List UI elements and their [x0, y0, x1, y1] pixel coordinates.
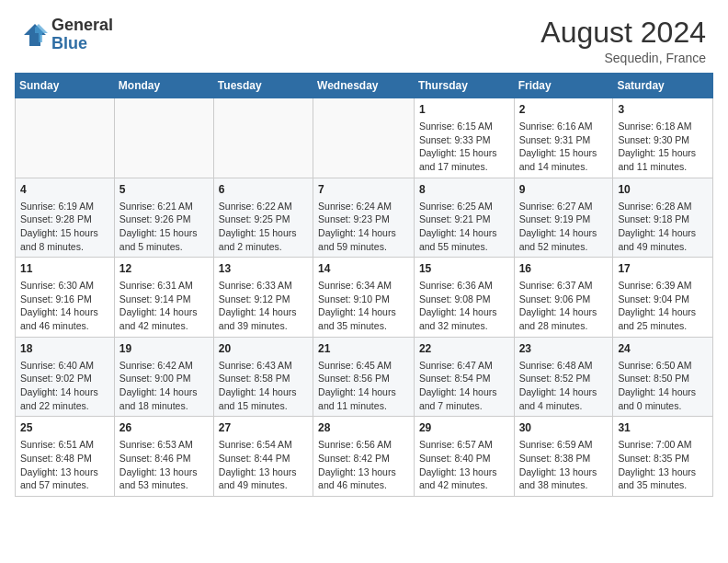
day-of-week-header: Saturday	[613, 74, 713, 98]
calendar-cell: 29Sunrise: 6:57 AM Sunset: 8:40 PM Dayli…	[414, 417, 514, 497]
calendar-cell: 17Sunrise: 6:39 AM Sunset: 9:04 PM Dayli…	[613, 258, 713, 338]
day-number: 16	[519, 261, 609, 277]
day-info: Sunrise: 6:37 AM Sunset: 9:06 PM Dayligh…	[519, 279, 609, 333]
calendar-cell: 16Sunrise: 6:37 AM Sunset: 9:06 PM Dayli…	[514, 258, 613, 338]
day-number: 6	[219, 182, 308, 198]
day-number: 30	[519, 420, 609, 436]
calendar-week: 11Sunrise: 6:30 AM Sunset: 9:16 PM Dayli…	[16, 258, 713, 338]
calendar-week: 25Sunrise: 6:51 AM Sunset: 8:48 PM Dayli…	[16, 417, 713, 497]
day-number: 10	[618, 182, 708, 198]
day-number: 13	[219, 261, 308, 277]
day-info: Sunrise: 6:33 AM Sunset: 9:12 PM Dayligh…	[219, 279, 308, 333]
calendar-week: 4Sunrise: 6:19 AM Sunset: 9:28 PM Daylig…	[16, 178, 713, 258]
day-info: Sunrise: 6:34 AM Sunset: 9:10 PM Dayligh…	[318, 279, 409, 333]
day-info: Sunrise: 6:39 AM Sunset: 9:04 PM Dayligh…	[618, 279, 708, 333]
calendar-cell: 21Sunrise: 6:45 AM Sunset: 8:56 PM Dayli…	[313, 337, 415, 417]
calendar-cell	[313, 98, 415, 178]
calendar-cell	[213, 98, 313, 178]
day-number: 15	[419, 261, 509, 277]
calendar-cell: 2Sunrise: 6:16 AM Sunset: 9:31 PM Daylig…	[514, 98, 613, 178]
calendar-cell: 28Sunrise: 6:56 AM Sunset: 8:42 PM Dayli…	[313, 417, 415, 497]
day-info: Sunrise: 6:51 AM Sunset: 8:48 PM Dayligh…	[20, 438, 109, 492]
day-info: Sunrise: 6:36 AM Sunset: 9:08 PM Dayligh…	[419, 279, 509, 333]
day-info: Sunrise: 6:54 AM Sunset: 8:44 PM Dayligh…	[219, 438, 308, 492]
calendar-week: 18Sunrise: 6:40 AM Sunset: 9:02 PM Dayli…	[16, 337, 713, 417]
logo-general: General	[51, 17, 113, 35]
day-info: Sunrise: 6:22 AM Sunset: 9:25 PM Dayligh…	[219, 200, 308, 254]
calendar-cell: 23Sunrise: 6:48 AM Sunset: 8:52 PM Dayli…	[514, 337, 613, 417]
day-info: Sunrise: 6:16 AM Sunset: 9:31 PM Dayligh…	[519, 120, 609, 174]
day-info: Sunrise: 6:57 AM Sunset: 8:40 PM Dayligh…	[419, 438, 509, 492]
svg-marker-0	[24, 24, 46, 46]
day-number: 31	[618, 420, 708, 436]
day-number: 4	[20, 182, 109, 198]
day-number: 18	[20, 341, 109, 357]
month-year: August 2024	[540, 17, 706, 49]
day-info: Sunrise: 6:31 AM Sunset: 9:14 PM Dayligh…	[119, 279, 209, 333]
day-info: Sunrise: 6:18 AM Sunset: 9:30 PM Dayligh…	[618, 120, 708, 174]
calendar-cell: 30Sunrise: 6:59 AM Sunset: 8:38 PM Dayli…	[514, 417, 613, 497]
calendar-cell: 6Sunrise: 6:22 AM Sunset: 9:25 PM Daylig…	[213, 178, 313, 258]
calendar-cell: 26Sunrise: 6:53 AM Sunset: 8:46 PM Dayli…	[114, 417, 213, 497]
calendar-cell: 11Sunrise: 6:30 AM Sunset: 9:16 PM Dayli…	[16, 258, 115, 338]
day-number: 25	[20, 420, 109, 436]
day-info: Sunrise: 6:56 AM Sunset: 8:42 PM Dayligh…	[318, 438, 409, 492]
day-number: 24	[618, 341, 708, 357]
day-of-week-header: Wednesday	[313, 74, 415, 98]
logo-text: General Blue	[51, 17, 113, 53]
day-number: 20	[219, 341, 308, 357]
logo-icon	[22, 22, 48, 48]
day-number: 8	[419, 182, 509, 198]
day-of-week-header: Thursday	[414, 74, 514, 98]
day-info: Sunrise: 6:47 AM Sunset: 8:54 PM Dayligh…	[419, 359, 509, 413]
day-info: Sunrise: 6:59 AM Sunset: 8:38 PM Dayligh…	[519, 438, 609, 492]
calendar-cell: 25Sunrise: 6:51 AM Sunset: 8:48 PM Dayli…	[16, 417, 115, 497]
calendar-cell: 27Sunrise: 6:54 AM Sunset: 8:44 PM Dayli…	[213, 417, 313, 497]
calendar-table: SundayMondayTuesdayWednesdayThursdayFrid…	[15, 73, 713, 497]
day-info: Sunrise: 6:30 AM Sunset: 9:16 PM Dayligh…	[20, 279, 109, 333]
day-number: 29	[419, 420, 509, 436]
calendar-cell: 8Sunrise: 6:25 AM Sunset: 9:21 PM Daylig…	[414, 178, 514, 258]
day-info: Sunrise: 6:48 AM Sunset: 8:52 PM Dayligh…	[519, 359, 609, 413]
calendar-cell: 24Sunrise: 6:50 AM Sunset: 8:50 PM Dayli…	[613, 337, 713, 417]
day-info: Sunrise: 6:24 AM Sunset: 9:23 PM Dayligh…	[318, 200, 409, 254]
day-info: Sunrise: 6:40 AM Sunset: 9:02 PM Dayligh…	[20, 359, 109, 413]
calendar-cell: 31Sunrise: 7:00 AM Sunset: 8:35 PM Dayli…	[613, 417, 713, 497]
day-info: Sunrise: 6:53 AM Sunset: 8:46 PM Dayligh…	[119, 438, 209, 492]
calendar-cell: 12Sunrise: 6:31 AM Sunset: 9:14 PM Dayli…	[114, 258, 213, 338]
day-number: 26	[119, 420, 209, 436]
day-info: Sunrise: 6:27 AM Sunset: 9:19 PM Dayligh…	[519, 200, 609, 254]
calendar-cell: 10Sunrise: 6:28 AM Sunset: 9:18 PM Dayli…	[613, 178, 713, 258]
day-number: 5	[119, 182, 209, 198]
day-number: 23	[519, 341, 609, 357]
day-number: 12	[119, 261, 209, 277]
day-info: Sunrise: 6:15 AM Sunset: 9:33 PM Dayligh…	[419, 120, 509, 174]
calendar-cell	[114, 98, 213, 178]
calendar-cell: 15Sunrise: 6:36 AM Sunset: 9:08 PM Dayli…	[414, 258, 514, 338]
calendar-cell: 14Sunrise: 6:34 AM Sunset: 9:10 PM Dayli…	[313, 258, 415, 338]
day-number: 22	[419, 341, 509, 357]
day-number: 1	[419, 102, 509, 118]
calendar-cell: 3Sunrise: 6:18 AM Sunset: 9:30 PM Daylig…	[613, 98, 713, 178]
calendar-cell	[16, 98, 115, 178]
day-info: Sunrise: 6:50 AM Sunset: 8:50 PM Dayligh…	[618, 359, 708, 413]
day-number: 28	[318, 420, 409, 436]
day-number: 19	[119, 341, 209, 357]
logo: General Blue	[22, 17, 113, 53]
day-number: 27	[219, 420, 308, 436]
calendar-cell: 7Sunrise: 6:24 AM Sunset: 9:23 PM Daylig…	[313, 178, 415, 258]
day-number: 21	[318, 341, 409, 357]
page: General Blue August 2024 Sequedin, Franc…	[0, 0, 728, 563]
day-of-week-header: Tuesday	[213, 74, 313, 98]
calendar-cell: 1Sunrise: 6:15 AM Sunset: 9:33 PM Daylig…	[414, 98, 514, 178]
day-number: 2	[519, 102, 609, 118]
day-number: 14	[318, 261, 409, 277]
calendar-cell: 13Sunrise: 6:33 AM Sunset: 9:12 PM Dayli…	[213, 258, 313, 338]
logo-blue: Blue	[51, 35, 113, 53]
title-block: August 2024 Sequedin, France	[540, 17, 706, 65]
day-of-week-header: Friday	[514, 74, 613, 98]
calendar-cell: 4Sunrise: 6:19 AM Sunset: 9:28 PM Daylig…	[16, 178, 115, 258]
day-info: Sunrise: 6:21 AM Sunset: 9:26 PM Dayligh…	[119, 200, 209, 254]
calendar-cell: 22Sunrise: 6:47 AM Sunset: 8:54 PM Dayli…	[414, 337, 514, 417]
calendar-cell: 18Sunrise: 6:40 AM Sunset: 9:02 PM Dayli…	[16, 337, 115, 417]
